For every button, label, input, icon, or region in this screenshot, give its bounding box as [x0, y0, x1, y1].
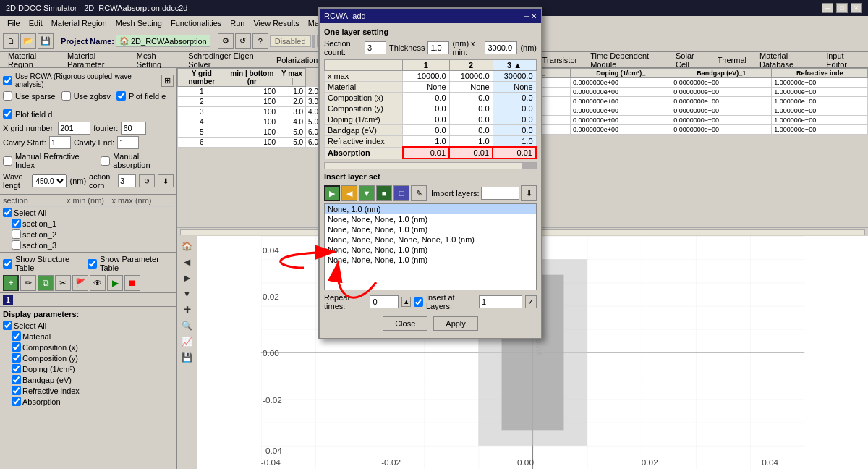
- insert-at-input[interactable]: [479, 295, 522, 308]
- layer-row-label: Doping (1/cm³): [325, 114, 403, 125]
- insert-confirm-btn[interactable]: ✓: [525, 295, 537, 308]
- layer-data-cell: 10000.0: [449, 71, 493, 82]
- layer-row-label: Composition (x): [325, 93, 403, 103]
- layer-data-cell: 0.0: [493, 125, 536, 136]
- layer-row-label: x max: [325, 71, 403, 82]
- layer-data-cell: 0.0: [449, 125, 493, 136]
- repeat-times-row: Repeat times: ▲ Insert at Layers: ✓: [324, 293, 537, 310]
- layer-data-cell: 0.0: [403, 114, 449, 125]
- layer-row-label: Material: [325, 82, 403, 93]
- repeat-times-input[interactable]: [370, 295, 399, 308]
- layer-item-5[interactable]: None, None, None, 1.0 (nm): [325, 245, 536, 255]
- layer-list: None, 1.0 (nm) None, None, None, 1.0 (nm…: [324, 203, 537, 290]
- insert-at-checkbox[interactable]: [414, 297, 423, 307]
- layer-data-cell: 0.0: [403, 125, 449, 136]
- import-layers-label: Import layers:: [431, 189, 480, 198]
- layer-data-row: Bandgap (eV)0.00.00.0: [325, 125, 537, 136]
- table-h-scroll[interactable]: [324, 162, 537, 169]
- layer-data-cell: 1.0: [493, 136, 536, 148]
- insert-dark-btn[interactable]: ■: [376, 185, 392, 201]
- import-layers-input[interactable]: [481, 187, 519, 200]
- repeat-spinner-up[interactable]: ▲: [401, 297, 411, 307]
- layer-item-6[interactable]: None, None, None, 1.0 (nm): [325, 255, 536, 265]
- layer-data-row: Composition (y)0.00.00.0: [325, 103, 537, 114]
- layer-item-4[interactable]: None, None, None, None, None, 1.0 (nm): [325, 234, 536, 245]
- close-button[interactable]: Close: [383, 316, 427, 331]
- layer-data-cell: 30000.0: [493, 71, 536, 82]
- layer-data-cell: None: [493, 82, 536, 93]
- layer-data-row: Doping (1/cm³)0.00.00.0: [325, 114, 537, 125]
- layer-row-label: Bandgap (eV): [325, 125, 403, 136]
- layer-item-2[interactable]: None, None, None, 1.0 (nm): [325, 214, 536, 224]
- insert-layer-set-title: Insert layer set: [324, 172, 537, 181]
- layer-data-row: x max-10000.010000.030000.0: [325, 71, 537, 82]
- layer-data-cell: 0.01: [449, 147, 493, 159]
- layer-item-3[interactable]: None, None, None, 1.0 (nm): [325, 224, 536, 234]
- layer-data-cell: 0.01: [493, 147, 536, 159]
- insert-pencil-btn[interactable]: ✎: [411, 185, 427, 201]
- layer-data-row: Absorption0.010.010.01: [325, 147, 537, 159]
- layer-row-label: Refractive index: [325, 136, 403, 148]
- layer-row-label: Absorption: [325, 147, 403, 159]
- layer-data-table: 1 2 3 ▲ x max-10000.010000.030000.0Mater…: [324, 68, 537, 159]
- layer-data-cell: 0.0: [493, 114, 536, 125]
- import-layers-btn[interactable]: ⬇: [521, 185, 537, 201]
- layer-data-cell: 0.0: [449, 93, 493, 103]
- layer-data-cell: None: [403, 82, 449, 93]
- layer-data-cell: 0.0: [449, 103, 493, 114]
- layer-data-cell: 0.0: [403, 93, 449, 103]
- insert-at-label: Insert at Layers:: [426, 293, 476, 310]
- layer-data-cell: 0.01: [403, 147, 449, 159]
- layer-data-cell: 0.0: [493, 93, 536, 103]
- insert-blue-btn[interactable]: □: [393, 185, 409, 201]
- layer-item-1[interactable]: None, 1.0 (nm): [325, 204, 536, 214]
- table-scroll-thumb[interactable]: [522, 163, 536, 169]
- layer-data-cell: 1.0: [449, 136, 493, 148]
- layer-data-row: MaterialNoneNoneNone: [325, 82, 537, 93]
- layer-data-cell: 1.0: [403, 136, 449, 148]
- repeat-times-label: Repeat times:: [324, 293, 367, 310]
- insert-toolbar: ▶ ◀ ▼ ■ □ ✎ Import layers: ⬇: [324, 183, 537, 203]
- layer-data-cell: 0.0: [449, 114, 493, 125]
- layer-data-cell: 0.0: [493, 103, 536, 114]
- insert-green2-btn[interactable]: ▼: [359, 185, 375, 201]
- rcwa-add-modal: RCWA_add ─ ✕ One layer setting Section c…: [318, 68, 542, 339]
- layer-data-cell: 0.0: [403, 103, 449, 114]
- modal-body: One layer setting Section count: Thickne…: [320, 68, 541, 338]
- layer-table-container: 1 2 3 ▲ x max-10000.010000.030000.0Mater…: [324, 68, 537, 162]
- layer-data-cell: None: [449, 82, 493, 93]
- layer-row-label: Composition (y): [325, 103, 403, 114]
- apply-button[interactable]: Apply: [433, 316, 478, 331]
- insert-orange-btn[interactable]: ◀: [341, 185, 357, 201]
- layer-data-cell: -10000.0: [403, 71, 449, 82]
- insert-green-active-btn[interactable]: ▶: [324, 185, 340, 201]
- modal-button-row: Close Apply: [324, 313, 537, 334]
- layer-data-row: Composition (x)0.00.00.0: [325, 93, 537, 103]
- layer-data-row: Refractive index1.01.01.0: [325, 136, 537, 148]
- modal-overlay: RCWA_add ─ ✕ One layer setting Section c…: [0, 68, 868, 469]
